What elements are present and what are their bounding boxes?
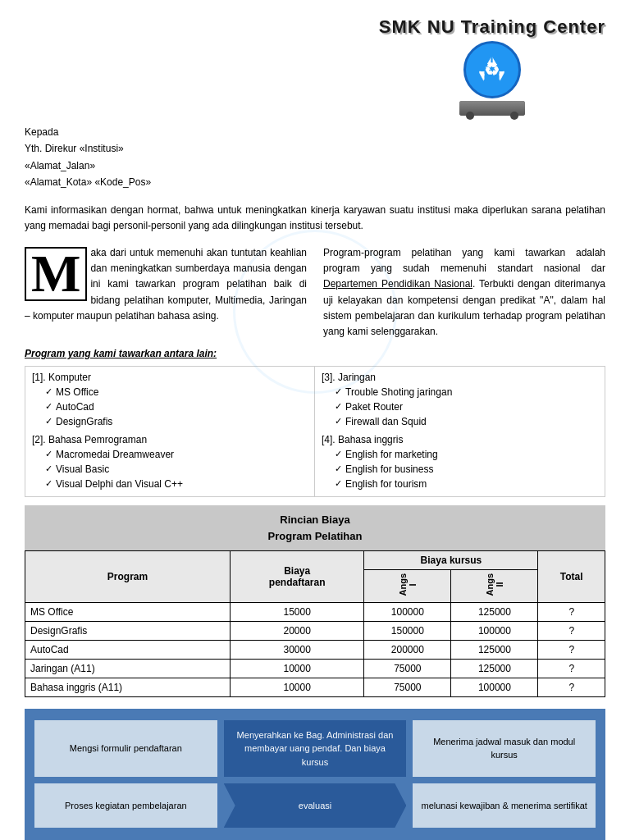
row-2-total: ?: [538, 621, 605, 640]
col-angs-1: AngsI: [364, 570, 451, 603]
logo-area: SMK NU Training Center: [379, 16, 605, 116]
table-row: Jaringan (A11) 10000 75000 125000 ?: [25, 659, 605, 678]
row-3-program: AutoCad: [25, 640, 231, 659]
rincian-line2: Program Pelatihan: [31, 528, 599, 545]
step-6: melunasi kewajiban & menerima sertifikat: [413, 783, 596, 828]
col-total: Total: [538, 551, 605, 603]
row-4-biaya: 10000: [231, 659, 364, 678]
right-col: Program-program pelatihan yang kami tawa…: [315, 245, 605, 340]
steps-section: Mengsi formulir pendaftaran Menyerahkan …: [25, 709, 605, 840]
intro-text: Kami informasikan dengan hormat, bahwa u…: [25, 203, 605, 234]
prog-3-item-3: Firewall dan Squid: [335, 414, 598, 429]
logo-text: SMK NU Training Center: [379, 16, 605, 38]
step-5: evaluasi: [224, 783, 407, 828]
row-1-biaya: 15000: [231, 602, 364, 621]
step-1: Mengsi formulir pendaftaran: [34, 720, 217, 778]
prog-4-item-3: English for tourism: [335, 477, 598, 491]
prog-2-title: [2]. Bahasa Pemrograman: [32, 434, 308, 445]
row-4-angs2: 125000: [451, 659, 538, 678]
prog-col-left: [1]. Komputer MS Office AutoCad DesignGr…: [25, 367, 315, 496]
address-block: Kepada Yth. Direkur «Institusi» «Alamat_…: [25, 124, 605, 191]
left-col: M aka dari untuk memenuhi akan tuntutan …: [25, 245, 315, 340]
col-angs-2: AngsII: [451, 570, 538, 603]
table-row: MS Office 15000 100000 125000 ?: [25, 602, 605, 621]
right-col-text: Program-program pelatihan yang kami tawa…: [323, 247, 605, 337]
col-biaya-daftar: Biayapendaftaran: [231, 551, 364, 603]
col-biaya-kursus: Biaya kursus: [364, 551, 538, 570]
address-kota: «Alamat_Kota» «Kode_Pos»: [25, 174, 605, 190]
steps-row-1: Mengsi formulir pendaftaran Menyerahkan …: [34, 720, 596, 778]
prog-3-title: [3]. Jaringan: [322, 372, 598, 383]
row-3-angs1: 200000: [364, 640, 451, 659]
program-list: [1]. Komputer MS Office AutoCad DesignGr…: [25, 366, 605, 497]
logo-icon: ♻: [463, 41, 521, 98]
row-3-biaya: 30000: [231, 640, 364, 659]
svg-text:♻: ♻: [484, 59, 500, 78]
prog-1-item-2: AutoCad: [45, 399, 308, 414]
prog-1-item-3: DesignGrafis: [45, 414, 308, 429]
row-5-angs1: 75000: [364, 678, 451, 696]
prog-1-item-1: MS Office: [45, 385, 308, 399]
rincian-line1: Rincian Biaya: [31, 512, 599, 528]
row-2-angs2: 100000: [451, 621, 538, 640]
row-2-program: DesignGrafis: [25, 621, 231, 640]
row-4-angs1: 75000: [364, 659, 451, 678]
prog-1-title: [1]. Komputer: [32, 372, 308, 383]
prog-4-title: [4]. Bahasa inggris: [322, 434, 598, 445]
row-4-total: ?: [538, 659, 605, 678]
prog-col-right: [3]. Jaringan Trouble Shoting jaringan P…: [315, 367, 605, 496]
row-5-biaya: 10000: [231, 678, 364, 696]
prog-2-item-1: Macromedai Dreamweaver: [45, 447, 308, 462]
row-1-angs2: 125000: [451, 602, 538, 621]
prog-3-item-1: Trouble Shoting jaringan: [335, 385, 598, 399]
prog-2-item-3: Visual Delphi dan Visual C++: [45, 477, 308, 491]
step-3: Menerima jadwal masuk dan modul kursus: [413, 720, 596, 778]
address-kepada: Kepada: [25, 124, 605, 140]
cost-table: Program Biayapendaftaran Biaya kursus To…: [25, 550, 605, 697]
step-4: Proses kegiatan pembelajaran: [34, 783, 217, 828]
prog-2-item-2: Visual Basic: [45, 462, 308, 477]
row-1-angs1: 100000: [364, 602, 451, 621]
header: SMK NU Training Center: [25, 16, 605, 116]
step-2: Menyerahkan ke Bag. Administrasi dan mem…: [224, 720, 407, 778]
table-row: DesignGrafis 20000 150000 100000 ?: [25, 621, 605, 640]
row-4-program: Jaringan (A11): [25, 659, 231, 678]
program-title: Program yang kami tawarkan antara lain:: [25, 348, 605, 359]
address-jalan: «Alamat_Jalan»: [25, 158, 605, 174]
big-m-letter: M: [25, 247, 87, 301]
row-2-biaya: 20000: [231, 621, 364, 640]
prog-4-item-2: English for business: [335, 462, 598, 477]
address-yth: Yth. Direkur «Institusi»: [25, 140, 605, 157]
table-row: AutoCad 30000 200000 125000 ?: [25, 640, 605, 659]
table-row: Bahasa inggris (A11) 10000 75000 100000 …: [25, 678, 605, 696]
row-5-angs2: 100000: [451, 678, 538, 696]
row-5-program: Bahasa inggris (A11): [25, 678, 231, 696]
col-program: Program: [25, 551, 231, 603]
rincian-bar: Rincian Biaya Program Pelatihan: [25, 505, 605, 550]
row-3-angs2: 125000: [451, 640, 538, 659]
row-3-total: ?: [538, 640, 605, 659]
prog-3-item-2: Paket Router: [335, 399, 598, 414]
steps-row-2: Proses kegiatan pembelajaran evaluasi me…: [34, 783, 596, 828]
row-5-total: ?: [538, 678, 605, 696]
row-1-total: ?: [538, 602, 605, 621]
two-col-section: M aka dari untuk memenuhi akan tuntutan …: [25, 245, 605, 340]
row-2-angs1: 150000: [364, 621, 451, 640]
prog-4-item-1: English for marketing: [335, 447, 598, 462]
row-1-program: MS Office: [25, 602, 231, 621]
